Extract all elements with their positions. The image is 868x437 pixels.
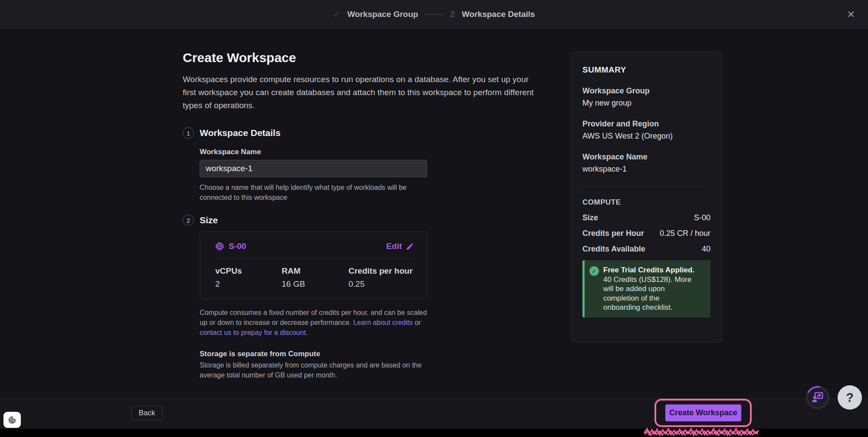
summary-panel: SUMMARY Workspace Group My new group Pro… xyxy=(571,52,722,342)
create-workspace-button[interactable]: Create Workspace xyxy=(665,404,741,421)
step2-title: Size xyxy=(200,215,218,225)
stepper-step2-number: 2 xyxy=(450,10,455,19)
close-icon[interactable]: ✕ xyxy=(844,7,858,22)
person-presentation-icon xyxy=(812,393,823,402)
cookie-consent-button[interactable] xyxy=(3,412,21,428)
cookie-icon xyxy=(7,415,17,425)
stepper-step-workspace-group[interactable]: Workspace Group xyxy=(347,10,418,19)
page-title: Create Workspace xyxy=(183,50,296,65)
workspace-name-label: Workspace Name xyxy=(200,148,261,156)
size-name: S-00 xyxy=(229,242,246,251)
summary-workspace-name: Workspace Name workspace-1 xyxy=(582,152,710,174)
step2-number-badge: 2 xyxy=(183,215,194,226)
step1-title: Workspace Details xyxy=(200,128,280,138)
summary-title: SUMMARY xyxy=(582,65,710,75)
free-trial-banner: ✓ Free Trial Credits Applied. 40 Credits… xyxy=(582,260,710,318)
step1-header: 1 Workspace Details xyxy=(183,127,280,139)
learn-about-credits-link[interactable]: Learn about credits xyxy=(353,319,413,326)
compute-credits-note: Compute consumes a fixed number of credi… xyxy=(200,308,430,338)
stepper-connector-line xyxy=(425,14,443,15)
workspace-name-helper: Choose a name that will help identify wh… xyxy=(200,182,429,202)
storage-note-text: Storage is billed separately from comput… xyxy=(200,360,429,380)
summary-provider-region: Provider and Region AWS US West 2 (Orego… xyxy=(582,119,710,141)
summary-credits-hour-row: Credits per Hour 0.25 CR / hour xyxy=(582,229,710,238)
size-card: S-00 Edit vCPUs 2 RAM 16 GB xyxy=(200,232,427,299)
free-trial-text: Free Trial Credits Applied. 40 Credits (… xyxy=(603,265,697,312)
contact-us-link[interactable]: contact us to prepay for a discount xyxy=(200,329,306,336)
summary-divider xyxy=(582,186,710,186)
back-button[interactable]: Back xyxy=(131,406,163,420)
credits-per-hour-stat: Credits per hour 0.25 xyxy=(349,266,413,289)
step-complete-check-icon: ✓ xyxy=(333,9,340,20)
summary-size-row: Size S-00 xyxy=(582,213,710,222)
summary-credits-available-row: Credits Available 40 xyxy=(582,245,710,254)
workspace-name-input[interactable] xyxy=(200,160,427,177)
pencil-icon xyxy=(406,242,414,251)
edit-size-button[interactable]: Edit xyxy=(386,242,414,251)
bottom-black-strip xyxy=(0,429,868,437)
create-workspace-modal: ✓ Workspace Group 2 Workspace Details ✕ … xyxy=(0,0,868,437)
stepper-step-workspace-details[interactable]: Workspace Details xyxy=(462,10,535,19)
success-check-icon: ✓ xyxy=(589,266,599,276)
summary-workspace-group: Workspace Group My new group xyxy=(582,86,710,108)
wizard-stepper: ✓ Workspace Group 2 Workspace Details xyxy=(333,9,535,20)
summary-compute-title: COMPUTE xyxy=(582,198,710,207)
size-chip: S-00 xyxy=(215,242,246,251)
ram-stat: RAM 16 GB xyxy=(282,266,349,289)
storage-note-title: Storage is separate from Compute xyxy=(200,350,320,358)
step1-number-badge: 1 xyxy=(183,127,194,139)
modal-header: ✓ Workspace Group 2 Workspace Details ✕ xyxy=(0,0,868,29)
vcpus-stat: vCPUs 2 xyxy=(215,266,282,289)
chip-icon xyxy=(215,242,224,251)
step2-header: 2 Size xyxy=(183,215,218,226)
intro-text: Workspaces provide compute resources to … xyxy=(183,73,536,112)
help-button[interactable]: ? xyxy=(838,385,862,410)
progress-arc xyxy=(806,385,830,410)
onboarding-progress-button[interactable] xyxy=(806,385,830,410)
